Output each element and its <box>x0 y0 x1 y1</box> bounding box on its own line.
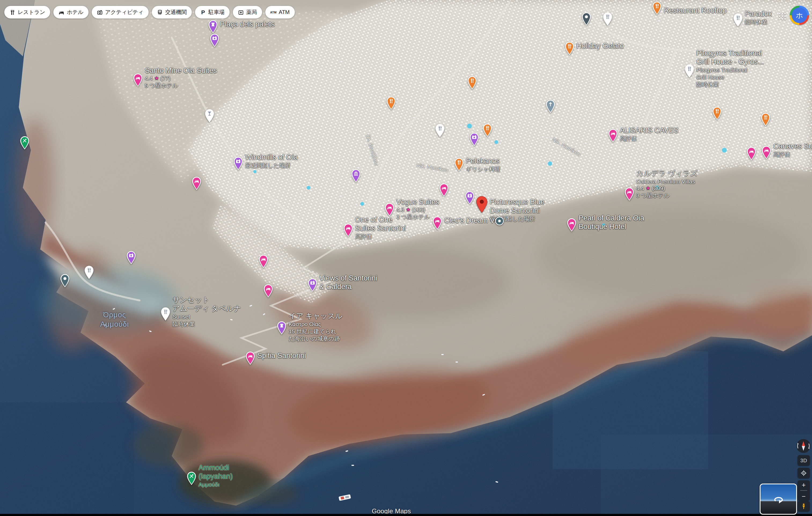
poi-label-one-of-one-suites[interactable]: One of OneSuites Santorini高評価 <box>355 216 406 240</box>
bottom-bar <box>0 514 812 516</box>
zoom-in-button[interactable]: + <box>798 481 810 489</box>
filter-label: 交通機関 <box>165 8 187 16</box>
my-location-button[interactable] <box>798 468 810 479</box>
poi-label-pitogyros-grill-house[interactable]: Pitogyros TraditionalGrill House - Gyros… <box>696 49 764 88</box>
restaurant-icon-pin[interactable] <box>467 76 477 91</box>
restaurant-icon-pin[interactable] <box>712 107 722 121</box>
hotel-icon-pin[interactable] <box>624 187 635 202</box>
restaurant-icon-pin[interactable] <box>482 123 493 139</box>
poi-label-caldera-premium-villas[interactable]: カルデラ ヴィラズCaldera Premium Villas4.4★(309)… <box>636 169 698 199</box>
zoom-out-button[interactable]: − <box>798 492 810 500</box>
filter-label: 薬局 <box>246 8 257 16</box>
poi-label-santo-mine-oia-suites[interactable]: Santo Mine Oia Suites4.4★(77)5 つ星ホテル <box>145 66 217 89</box>
camera-icon-pin[interactable] <box>233 157 243 172</box>
filter-button-交通機関[interactable]: 交通機関 <box>152 6 192 19</box>
restaurant-icon-pin[interactable] <box>435 124 445 139</box>
poi-label-paradox[interactable]: Paradox臨時休業 <box>745 10 772 26</box>
poi-label-ammoudi-lapyahan[interactable]: Ammoúdi(lapyahan)Αμμούδι <box>199 464 233 488</box>
restaurant-icon-pin[interactable] <box>84 266 94 280</box>
outdoor-icon-pin[interactable] <box>186 472 197 486</box>
filter-button-駐車場[interactable]: P駐車場 <box>195 6 230 19</box>
transit-icon <box>157 9 163 15</box>
hotel-icon-pin[interactable] <box>245 351 256 366</box>
restaurant-icon-pin[interactable] <box>684 64 695 79</box>
camera-icon-pin[interactable] <box>126 251 137 266</box>
restaurant-icon-pin[interactable] <box>651 1 662 17</box>
restaurant-icon-pin[interactable] <box>760 113 771 128</box>
filter-label: ATM <box>279 9 290 15</box>
filter-button-薬局[interactable]: 薬局 <box>233 6 262 19</box>
zoom-control: + − <box>798 480 810 501</box>
hotel-icon-pin[interactable] <box>191 177 202 191</box>
3d-label: 3D <box>800 458 807 464</box>
restaurant-icon-pin[interactable] <box>454 158 464 173</box>
restaurant-icon-pin[interactable] <box>602 12 613 27</box>
poi-label-restaurant-rooftop[interactable]: Restaurant Rooftop <box>664 6 727 15</box>
restaurant-icon <box>9 9 15 15</box>
restaurant-icon-pin[interactable] <box>160 307 171 322</box>
water-label: ΌρμοςΑμμούδι <box>100 310 129 329</box>
hotel-icon-pin[interactable] <box>439 183 449 198</box>
parking-icon: P <box>200 9 206 15</box>
hotel-icon-pin[interactable] <box>761 146 772 161</box>
castle-icon-pin[interactable] <box>208 20 219 35</box>
pegman-button[interactable] <box>798 501 810 512</box>
poi-label-alisaris-caves[interactable]: ALISARIS CAVES高評価 <box>620 126 679 142</box>
poi-label-canaves-sunday[interactable]: Canaves Sunday高評価 <box>773 142 812 158</box>
apps-grid-icon[interactable] <box>779 13 786 20</box>
restaurant-icon-pin[interactable] <box>386 96 397 111</box>
avatar-initial: ホ <box>792 7 807 23</box>
poi-label-pelekanos[interactable]: Pelekanosギリシャ料理 <box>466 157 500 173</box>
museum-icon-pin[interactable] <box>351 169 361 184</box>
compass-icon[interactable] <box>795 438 811 454</box>
filter-button-ATM[interactable]: ATMATM <box>265 6 295 19</box>
pano-rotate-icon <box>772 494 785 504</box>
filter-button-レストラン[interactable]: レストラン <box>4 6 50 19</box>
poi-label-windmills-of-oia[interactable]: Windmills of Oía最近閲覧した場所 <box>245 153 298 169</box>
hotel-icon-pin[interactable] <box>263 284 273 299</box>
hotel-icon-pin[interactable] <box>343 223 353 238</box>
church-icon-pin[interactable] <box>545 99 556 115</box>
poi-label-oia-castle[interactable]: イア キャッスルΚάστρο Οίας15 世紀に建てられた海沿いの城塞の跡 <box>289 312 343 342</box>
pegman-icon <box>801 503 807 510</box>
hotel-icon-pin[interactable] <box>566 218 577 233</box>
account-avatar[interactable]: ホ <box>790 6 809 25</box>
stop-icon-pin[interactable] <box>60 274 70 289</box>
circle-dot-icon-pin[interactable] <box>495 216 504 227</box>
hotel-icon-pin[interactable] <box>133 73 143 88</box>
google-maps-app: Plaça dels paletsBest sunset of OiaSanto… <box>0 0 812 516</box>
filter-button-アクティビティ[interactable]: アクティビティ <box>92 6 149 19</box>
category-toolbar: レストランホテルアクティビティ交通機関P駐車場薬局ATMATM <box>4 6 295 19</box>
restaurant-icon-pin[interactable] <box>564 41 575 57</box>
camera-icon-pin[interactable] <box>307 278 318 293</box>
filter-button-ホテル[interactable]: ホテル <box>53 6 88 19</box>
castle-icon-pin[interactable] <box>276 321 287 336</box>
poi-label-views-of-santorini-caldera[interactable]: Views of Santorini& Caldera <box>319 274 377 291</box>
hotel-icon-pin[interactable] <box>608 129 618 144</box>
outdoor-icon-pin[interactable] <box>19 136 30 151</box>
atm-icon: ATM <box>270 9 276 15</box>
poi-label-placa-dels-palets[interactable]: Plaça dels palets <box>220 20 275 29</box>
poi-label-spitia-santorini[interactable]: Spitia Santorini <box>257 352 306 360</box>
camera-icon <box>97 9 103 15</box>
poi-label-holiday-gelato[interactable]: Holiday Gelato <box>577 42 624 51</box>
poi-label-pearl-of-caldera-oia[interactable]: Pearl of Caldera OiaBoutique Hotel <box>579 214 644 231</box>
hotel-icon-pin[interactable] <box>258 254 269 270</box>
poi-label-sunset-ammoudi-taverna[interactable]: サンセットアムーディ タベルナSunset臨時休業 <box>173 296 241 328</box>
hotel-icon-pin[interactable] <box>746 147 757 162</box>
my-location-icon <box>801 470 807 476</box>
camera-icon-pin[interactable] <box>464 191 475 206</box>
stop-icon-pin[interactable] <box>581 12 592 27</box>
filter-label: 駐車場 <box>208 8 225 16</box>
camera-icon-pin[interactable] <box>209 33 220 49</box>
restaurant-icon-pin[interactable] <box>733 13 743 28</box>
hotel-icon <box>58 9 64 15</box>
camera-icon-pin[interactable] <box>469 132 480 148</box>
filter-label: レストラン <box>18 8 45 16</box>
street-view-preview[interactable] <box>760 484 797 515</box>
hotel-icon-pin[interactable] <box>384 203 395 218</box>
3d-view-button[interactable]: 3D <box>798 455 810 466</box>
destination-pin-icon-pin[interactable] <box>475 196 488 214</box>
hotel-icon-pin[interactable] <box>432 216 443 231</box>
bar-icon-pin[interactable] <box>204 109 215 124</box>
